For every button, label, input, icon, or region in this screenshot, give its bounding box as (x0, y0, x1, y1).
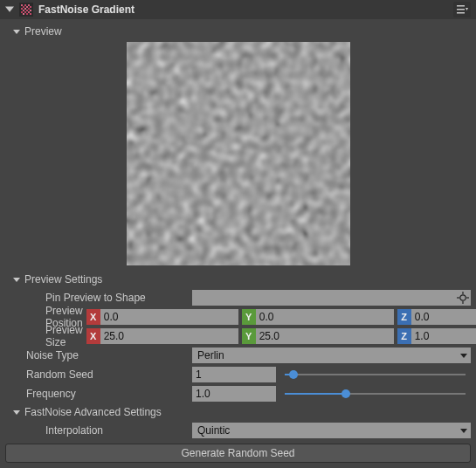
preview-section-label: Preview (24, 25, 62, 38)
svg-rect-9 (28, 8, 30, 10)
preview-position-x-input[interactable] (100, 309, 238, 325)
random-seed-slider[interactable] (279, 367, 471, 382)
axis-z-label: Z (397, 309, 411, 325)
pin-preview-label: Pin Preview to Shape (12, 292, 189, 304)
generate-random-seed-button[interactable]: Generate Random Seed (5, 444, 471, 463)
preview-section-header[interactable]: Preview (5, 23, 471, 40)
panel-title: FastNoise Gradient (38, 3, 448, 16)
preview-size-x-input[interactable] (100, 328, 238, 344)
svg-rect-13 (21, 11, 23, 13)
random-seed-label: Random Seed (12, 368, 189, 381)
svg-rect-20 (457, 9, 465, 10)
axis-x-label: X (86, 328, 100, 344)
preview-settings-section-label: Preview Settings (24, 273, 102, 286)
svg-rect-12 (30, 10, 31, 11)
svg-rect-3 (28, 4, 30, 6)
noise-type-dropdown[interactable]: Perlin (192, 348, 471, 363)
panel-menu-button[interactable] (453, 2, 471, 17)
random-seed-input[interactable] (192, 367, 276, 382)
frequency-label: Frequency (12, 388, 189, 400)
frequency-input[interactable] (192, 386, 276, 402)
preview-position-vector: X Y Z (86, 309, 476, 325)
advanced-section-label: FastNoise Advanced Settings (24, 406, 162, 418)
chevron-down-icon (460, 424, 467, 437)
svg-rect-10 (23, 10, 24, 11)
chevron-down-icon (12, 409, 21, 416)
svg-rect-17 (26, 13, 28, 15)
axis-y-label: Y (242, 328, 256, 344)
svg-rect-15 (28, 11, 30, 13)
noise-type-label: Noise Type (12, 349, 189, 361)
component-icon (19, 3, 33, 17)
svg-rect-14 (24, 11, 26, 13)
preview-area (5, 40, 471, 271)
preview-size-label: Preview Size (12, 324, 83, 348)
axis-y-label: Y (242, 309, 256, 325)
chevron-down-icon (460, 349, 467, 361)
svg-rect-11 (26, 10, 28, 11)
preview-size-vector: X Y Z (86, 328, 476, 344)
preview-size-z-input[interactable] (411, 328, 476, 344)
svg-rect-6 (30, 6, 31, 8)
advanced-section-header[interactable]: FastNoise Advanced Settings (5, 403, 471, 421)
svg-rect-2 (24, 4, 26, 6)
interpolation-value: Quintic (197, 424, 230, 437)
interpolation-dropdown[interactable]: Quintic (192, 423, 471, 438)
axis-x-label: X (86, 309, 100, 325)
collapse-panel-caret[interactable] (5, 3, 14, 16)
preview-position-z-input[interactable] (411, 309, 476, 325)
picker-icon[interactable] (457, 292, 469, 304)
svg-rect-16 (23, 13, 24, 15)
svg-rect-1 (21, 4, 23, 6)
axis-z-label: Z (397, 328, 411, 344)
svg-rect-21 (457, 12, 465, 14)
frequency-slider[interactable] (279, 386, 471, 402)
generate-button-label: Generate Random Seed (181, 447, 294, 459)
svg-rect-23 (127, 42, 350, 265)
panel-header: FastNoise Gradient (0, 0, 476, 19)
noise-type-value: Perlin (197, 349, 224, 361)
svg-rect-8 (24, 8, 26, 10)
pin-preview-field[interactable] (192, 290, 471, 306)
preview-position-y-input[interactable] (256, 309, 394, 325)
preview-size-y-input[interactable] (256, 328, 394, 344)
svg-rect-4 (23, 6, 24, 8)
svg-rect-7 (21, 8, 23, 10)
svg-rect-5 (26, 6, 28, 8)
chevron-down-icon (12, 28, 21, 35)
svg-rect-19 (457, 5, 465, 7)
preview-settings-section-header[interactable]: Preview Settings (5, 271, 471, 288)
svg-point-24 (460, 295, 466, 300)
interpolation-label: Interpolation (12, 424, 189, 437)
svg-rect-18 (30, 13, 31, 15)
chevron-down-icon (12, 276, 21, 283)
noise-preview-canvas (127, 42, 350, 265)
